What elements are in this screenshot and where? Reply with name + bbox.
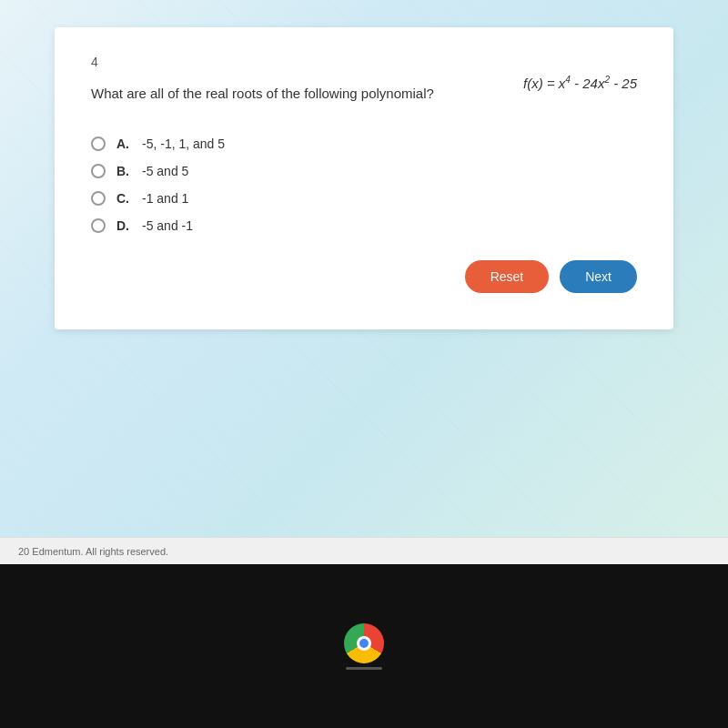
- option-label-a: A.: [116, 136, 135, 151]
- footer-text: 20 Edmentum. All rights reserved.: [18, 546, 168, 557]
- option-row-b[interactable]: B. -5 and 5: [91, 164, 637, 178]
- radio-d[interactable]: [91, 218, 106, 233]
- question-text: What are all of the real roots of the fo…: [91, 84, 434, 105]
- option-text-d: -5 and -1: [142, 218, 193, 233]
- option-row-c[interactable]: C. -1 and 1: [91, 191, 637, 206]
- question-card: 4 What are all of the real roots of the …: [55, 27, 673, 329]
- chrome-icon: [344, 623, 384, 663]
- option-label-d: D.: [116, 218, 135, 233]
- question-number: 4: [91, 55, 637, 69]
- option-label-c: C.: [116, 191, 135, 206]
- formula: f(x) = x4 - 24x2 - 25: [523, 75, 637, 91]
- options-list: A. -5, -1, 1, and 5 B. -5 and 5 C. -1 an…: [91, 136, 637, 233]
- chrome-app-icon[interactable]: [344, 623, 384, 670]
- option-row-a[interactable]: A. -5, -1, 1, and 5: [91, 136, 637, 151]
- action-buttons: Reset Next: [91, 260, 637, 293]
- radio-a[interactable]: [91, 136, 106, 151]
- chrome-inner-circle: [357, 636, 371, 651]
- option-row-d[interactable]: D. -5 and -1: [91, 218, 637, 233]
- radio-b[interactable]: [91, 164, 106, 178]
- option-text-c: -1 and 1: [142, 191, 188, 206]
- footer: 20 Edmentum. All rights reserved.: [0, 537, 728, 564]
- next-button[interactable]: Next: [560, 260, 637, 293]
- option-text-a: -5, -1, 1, and 5: [142, 136, 225, 151]
- chrome-underline: [346, 667, 382, 670]
- taskbar: [0, 564, 728, 728]
- option-text-b: -5 and 5: [142, 164, 188, 178]
- reset-button[interactable]: Reset: [465, 260, 550, 293]
- option-label-b: B.: [116, 164, 135, 178]
- radio-c[interactable]: [91, 191, 106, 206]
